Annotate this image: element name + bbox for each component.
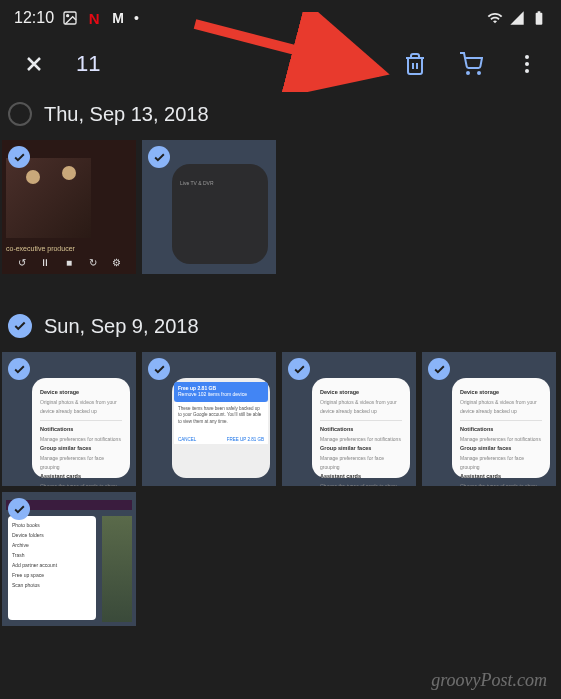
photo-thumbnail[interactable]: co-executive producer ↺ ⏸ ■ ↻ ⚙ — [2, 140, 136, 274]
photo-thumbnail[interactable]: Free up 2.81 GB Remove 102 items from de… — [142, 352, 276, 486]
image-icon — [62, 10, 78, 26]
selection-check-icon[interactable] — [428, 358, 450, 380]
photo-thumbnail[interactable]: Device storageOriginal photos & videos f… — [422, 352, 556, 486]
gear-icon: ⚙ — [110, 256, 122, 268]
svg-point-7 — [525, 55, 529, 59]
rewind-icon: ↺ — [16, 256, 28, 268]
share-button[interactable] — [283, 44, 323, 84]
status-bar: 12:10 N M • — [0, 0, 561, 36]
status-right — [487, 10, 547, 26]
date-select-circle[interactable] — [8, 102, 32, 126]
svg-point-9 — [525, 69, 529, 73]
svg-point-8 — [525, 62, 529, 66]
dot-icon: • — [134, 10, 139, 26]
photo-thumbnail[interactable]: Device storageOriginal photos & videos f… — [282, 352, 416, 486]
photo-thumbnail[interactable]: Live TV & DVR — [142, 140, 276, 274]
selection-count: 11 — [76, 51, 100, 77]
svg-point-1 — [67, 15, 69, 17]
svg-point-5 — [467, 72, 469, 74]
date-header[interactable]: Thu, Sep 13, 2018 — [0, 92, 561, 140]
forward-icon: ↻ — [87, 256, 99, 268]
add-button[interactable] — [339, 44, 379, 84]
svg-point-2 — [306, 54, 312, 60]
photo-grid-content[interactable]: Thu, Sep 13, 2018 co-executive producer … — [0, 92, 561, 666]
svg-point-3 — [294, 61, 300, 67]
cart-button[interactable] — [451, 44, 491, 84]
cart-icon — [459, 52, 483, 76]
selection-toolbar: 11 — [0, 36, 561, 92]
photo-thumbnail[interactable]: Device storage Original photos & videos … — [2, 352, 136, 486]
more-vertical-icon — [515, 52, 539, 76]
thumb-tiny-label: Live TV & DVR — [180, 180, 214, 186]
selection-check-icon[interactable] — [148, 358, 170, 380]
selection-check-icon[interactable] — [288, 358, 310, 380]
selection-check-icon[interactable] — [8, 146, 30, 168]
video-controls: ↺ ⏸ ■ ↻ ⚙ — [2, 256, 136, 268]
selection-check-icon[interactable] — [8, 498, 30, 520]
thumbnail-grid: co-executive producer ↺ ⏸ ■ ↻ ⚙ Live TV … — [0, 140, 561, 304]
share-icon — [291, 52, 315, 76]
trash-icon — [403, 52, 427, 76]
photo-thumbnail[interactable]: Photo books Device folders Archive Trash… — [2, 492, 136, 626]
selection-check-icon[interactable] — [148, 146, 170, 168]
close-selection-button[interactable] — [14, 44, 54, 84]
status-left: 12:10 N M • — [14, 9, 139, 27]
video-caption: co-executive producer — [6, 245, 75, 252]
svg-point-4 — [306, 68, 312, 74]
signal-icon — [509, 10, 525, 26]
clock: 12:10 — [14, 9, 54, 27]
watermark: groovyPost.com — [431, 670, 547, 691]
selection-check-icon[interactable] — [8, 358, 30, 380]
plus-icon — [347, 52, 371, 76]
date-header[interactable]: Sun, Sep 9, 2018 — [0, 304, 561, 352]
more-button[interactable] — [507, 44, 547, 84]
svg-point-6 — [478, 72, 480, 74]
date-label: Thu, Sep 13, 2018 — [44, 103, 209, 126]
netflix-icon: N — [86, 10, 102, 26]
date-select-circle[interactable] — [8, 314, 32, 338]
stop-icon: ■ — [63, 256, 75, 268]
thumbnail-grid: Device storage Original photos & videos … — [0, 352, 561, 656]
date-label: Sun, Sep 9, 2018 — [44, 315, 199, 338]
wifi-icon — [487, 10, 503, 26]
pause-icon: ⏸ — [39, 256, 51, 268]
delete-button[interactable] — [395, 44, 435, 84]
battery-icon — [531, 10, 547, 26]
gmail-icon: M — [110, 10, 126, 26]
